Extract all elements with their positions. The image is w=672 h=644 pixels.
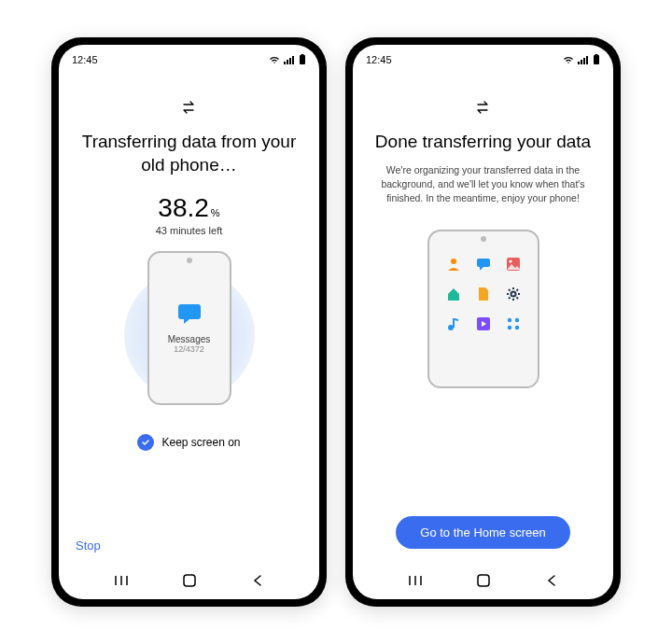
svg-line-29 — [516, 289, 518, 291]
svg-line-27 — [516, 298, 518, 300]
messages-icon — [176, 302, 203, 329]
files-icon — [475, 286, 492, 302]
svg-line-26 — [509, 289, 511, 291]
messages-count: 12/4372 — [174, 344, 204, 354]
wifi-icon — [269, 55, 280, 64]
screen: 12:45 Done transferring your data We're … — [353, 45, 613, 599]
svg-rect-14 — [586, 56, 588, 64]
progress-percent: 38.2 % — [158, 193, 219, 223]
status-time: 12:45 — [366, 54, 392, 65]
transfer-icon — [182, 101, 197, 118]
svg-rect-12 — [581, 60, 582, 64]
wifi-icon — [563, 55, 574, 64]
messages-label: Messages — [168, 334, 211, 344]
back-button[interactable] — [542, 571, 561, 590]
svg-rect-11 — [578, 62, 580, 64]
svg-rect-15 — [594, 55, 599, 64]
content-area: Done transferring your data We're organi… — [353, 71, 613, 562]
battery-icon — [299, 54, 306, 65]
content-area: Transferring data from your old phone… 3… — [59, 71, 319, 562]
signal-icon — [284, 55, 295, 64]
mini-phone: Messages 12/4372 — [147, 251, 231, 405]
messages-icon — [475, 256, 492, 273]
signal-icon — [578, 55, 589, 64]
svg-point-17 — [451, 259, 456, 264]
keep-screen-on-toggle[interactable]: Keep screen on — [137, 434, 240, 451]
transfer-icon — [476, 101, 491, 118]
done-illustration — [413, 230, 553, 388]
navigation-bar — [59, 562, 319, 599]
back-button[interactable] — [248, 571, 267, 590]
svg-point-20 — [509, 260, 511, 263]
video-icon — [475, 315, 492, 332]
navigation-bar — [353, 562, 613, 599]
percent-value: 38.2 — [158, 193, 209, 223]
recents-button[interactable] — [406, 571, 425, 590]
svg-point-21 — [511, 292, 515, 297]
percent-sign: % — [211, 207, 220, 218]
contacts-icon — [445, 256, 462, 273]
time-remaining: 43 minutes left — [156, 225, 223, 236]
transfer-illustration: Messages 12/4372 — [119, 251, 259, 410]
page-title: Done transferring your data — [375, 131, 591, 154]
home-icon — [445, 286, 462, 302]
svg-rect-13 — [583, 58, 585, 64]
battery-icon — [593, 54, 600, 65]
svg-point-34 — [514, 318, 518, 322]
recents-button[interactable] — [112, 571, 131, 590]
music-icon — [445, 315, 462, 332]
app-icon-grid — [445, 256, 522, 332]
check-icon — [137, 434, 154, 451]
svg-rect-1 — [287, 60, 288, 64]
gallery-icon — [505, 256, 522, 273]
page-subtitle: We're organizing your transferred data i… — [370, 163, 596, 206]
home-button[interactable] — [180, 571, 199, 590]
svg-line-28 — [509, 298, 511, 300]
stop-button[interactable]: Stop — [76, 539, 101, 553]
status-time: 12:45 — [72, 54, 98, 65]
svg-rect-6 — [178, 304, 201, 319]
mini-phone-notch — [187, 258, 192, 263]
home-button[interactable] — [474, 571, 493, 590]
mini-phone-notch — [481, 236, 486, 242]
mini-phone — [427, 230, 539, 388]
svg-rect-10 — [184, 575, 195, 586]
status-icons — [563, 54, 600, 65]
svg-rect-4 — [300, 55, 305, 64]
status-icons — [269, 54, 306, 65]
svg-rect-3 — [292, 56, 294, 64]
svg-rect-18 — [477, 259, 490, 267]
svg-point-33 — [507, 318, 511, 322]
screen: 12:45 Transferring data from your old ph… — [59, 45, 319, 599]
settings-icon — [505, 286, 522, 302]
svg-rect-40 — [478, 575, 489, 586]
svg-rect-31 — [453, 318, 455, 328]
keep-screen-label: Keep screen on — [161, 436, 240, 449]
svg-rect-5 — [301, 54, 304, 56]
svg-point-36 — [514, 326, 518, 329]
apps-icon — [505, 315, 522, 332]
svg-point-35 — [507, 326, 511, 329]
svg-rect-2 — [289, 58, 291, 64]
status-bar: 12:45 — [353, 49, 613, 71]
phone-transferring: 12:45 Transferring data from your old ph… — [51, 37, 327, 607]
go-home-button[interactable]: Go to the Home screen — [396, 516, 569, 549]
status-bar: 12:45 — [59, 49, 319, 71]
svg-rect-0 — [284, 62, 286, 64]
phone-done: 12:45 Done transferring your data We're … — [345, 37, 621, 607]
page-title: Transferring data from your old phone… — [76, 131, 302, 176]
svg-rect-16 — [595, 54, 598, 56]
